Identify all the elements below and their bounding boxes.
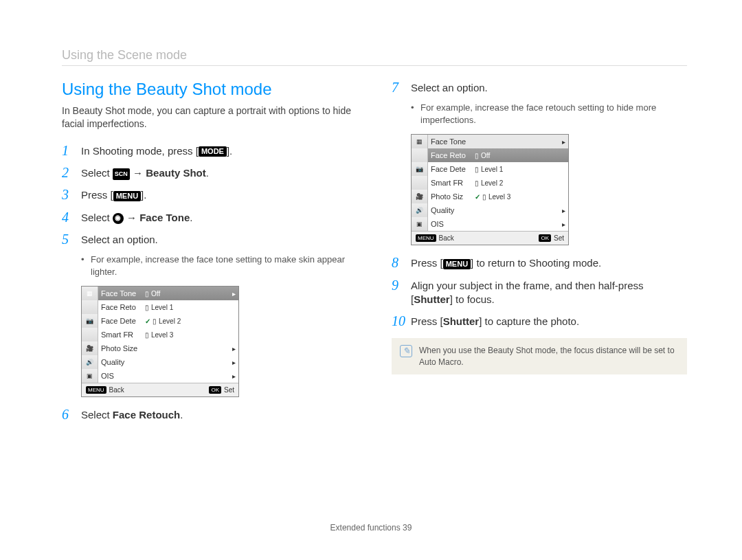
menu-label: Face Reto: [101, 303, 144, 311]
step-text: In Shooting mode, press [: [81, 145, 199, 157]
menu-tail-icon: ▸: [223, 290, 236, 298]
menu-btn-mini: MENU: [416, 234, 436, 242]
menu-label: Face Dete: [101, 317, 144, 325]
menu-value: ▯Off: [473, 152, 553, 159]
menu-label: Smart FR: [431, 179, 473, 187]
menu-side-icon: [82, 328, 98, 341]
step-body: Select an option.: [411, 80, 687, 95]
step-number: 2: [62, 165, 81, 180]
step-text: .: [190, 212, 192, 223]
menu-row: ▣OIS▸: [412, 217, 568, 231]
menu-side-icon: [412, 176, 428, 190]
step-number: 6: [62, 407, 81, 422]
bullet-icon: •: [81, 254, 91, 278]
step-body: Select an option.: [81, 232, 357, 247]
menu-tail-icon: ▸: [553, 221, 565, 228]
camera-icon: ◉: [113, 213, 124, 224]
step-body: Press [MENU] to return to Shooting mode.: [411, 255, 687, 270]
footer-label: Extended functions: [330, 523, 401, 533]
page-footer: Extended functions 39: [0, 523, 742, 533]
menu-row: 🎥Photo Siz✓▯Level 3: [412, 190, 568, 203]
step-7-sub: • For example, increase the face retouch…: [411, 102, 687, 126]
menu-row: ▣OIS▸: [82, 369, 238, 383]
menu-label: Quality: [101, 358, 144, 366]
step-bold: Beauty Shot: [146, 167, 206, 179]
step-number: 4: [62, 210, 81, 225]
step-3: 3 Press [MENU].: [62, 187, 357, 202]
step-bold: Shutter: [414, 293, 450, 305]
sub-text: For example, increase the face tone sett…: [91, 254, 357, 278]
step-text: Press [: [411, 315, 443, 327]
menu-label: OIS: [101, 372, 144, 380]
menu-button-icon: MENU: [113, 191, 141, 201]
menu-side-icon: ▣: [412, 217, 428, 231]
menu-row: Smart FR▯Level 2: [412, 176, 568, 190]
step-body: Select Face Retouch.: [81, 407, 357, 422]
step-text: Select: [81, 167, 113, 179]
step-text: .: [180, 409, 183, 421]
step-number: 5: [62, 232, 81, 247]
step-text: Press [: [81, 189, 113, 201]
menu-footer-right: Set: [224, 386, 234, 394]
menu-side-icon: 📷: [82, 314, 98, 328]
menu-label: Face Tone: [431, 137, 473, 146]
step-9: 9 Align your subject in the frame, and t…: [392, 278, 687, 307]
menu-value: ✓▯Level 2: [144, 317, 223, 325]
step-1: 1 In Shooting mode, press [MODE].: [62, 143, 357, 158]
note-text: When you use the Beauty Shot mode, the f…: [419, 345, 679, 367]
step-10: 10 Press [Shutter] to capture the photo.: [392, 313, 687, 328]
menu-row: ▦Face Tone▯Off▸: [82, 287, 238, 300]
menu-side-icon: [412, 148, 428, 162]
arrow-icon: →: [130, 167, 146, 179]
menu-row: 🎥Photo Size▸: [82, 341, 238, 355]
menu-side-icon: 🎥: [412, 190, 428, 203]
menu-side-icon: 🎥: [82, 341, 98, 355]
footer-page: 39: [403, 523, 412, 533]
menu-btn-mini: MENU: [86, 386, 106, 394]
step-text: ] to capture the photo.: [479, 315, 579, 327]
step-8: 8 Press [MENU] to return to Shooting mod…: [392, 255, 687, 270]
step-text: ].: [227, 145, 232, 157]
menu-value: ▯Off: [144, 290, 223, 298]
menu-footer: MENUBackOKSet: [82, 383, 238, 396]
menu-footer: MENUBackOKSet: [412, 231, 568, 245]
menu-label: Photo Size: [101, 344, 144, 352]
menu-side-icon: 📷: [412, 162, 428, 176]
menu-side-icon: 🔊: [82, 355, 98, 369]
step-text: Select: [81, 409, 113, 421]
menu-tail-icon: ▸: [223, 359, 236, 366]
ok-btn-mini: OK: [209, 386, 221, 394]
screenshot-face-tone: ▦Face Tone▯Off▸Face Reto▯Level 1📷Face De…: [81, 286, 239, 397]
step-number: 3: [62, 187, 81, 202]
menu-tail-icon: ▸: [553, 138, 565, 146]
menu-row: Face Reto▯Level 1: [82, 300, 238, 314]
intro-text: In Beauty Shot mode, you can capture a p…: [62, 104, 357, 131]
screenshot-face-retouch: ▦Face Tone▸Face Reto▯Off📷Face Dete▯Level…: [411, 134, 569, 245]
step-5: 5 Select an option.: [62, 232, 357, 247]
step-7: 7 Select an option.: [392, 80, 687, 95]
step-body: Align your subject in the frame, and the…: [411, 278, 687, 307]
menu-tail-icon: ▸: [553, 207, 565, 214]
step-4: 4 Select ◉ → Face Tone.: [62, 210, 357, 225]
menu-value: ▯Level 3: [144, 331, 223, 339]
menu-row: ▦Face Tone▸: [412, 135, 568, 148]
step-text: Press [: [411, 257, 443, 269]
page-header: Using the Scene mode: [62, 48, 687, 66]
section-title: Using the Beauty Shot mode: [62, 80, 357, 99]
menu-value: ▯Level 2: [473, 179, 553, 187]
menu-label: Smart FR: [101, 331, 144, 339]
menu-tail-icon: ▸: [223, 345, 236, 352]
sub-text: For example, increase the face retouch s…: [420, 102, 687, 126]
step-text: ] to focus.: [450, 293, 495, 305]
menu-row: Smart FR▯Level 3: [82, 328, 238, 341]
menu-label: OIS: [431, 220, 473, 228]
menu-footer-left: Back: [439, 234, 454, 242]
step-text: Select: [81, 212, 113, 223]
content-columns: Using the Beauty Shot mode In Beauty Sho…: [62, 80, 687, 429]
menu-label: Face Reto: [431, 151, 473, 159]
menu-value: ▯Level 1: [144, 304, 223, 311]
mode-button-icon: MODE: [199, 146, 227, 157]
arrow-icon: →: [124, 212, 139, 223]
menu-row: 🔊Quality▸: [412, 203, 568, 217]
menu-footer-right: Set: [554, 234, 564, 242]
